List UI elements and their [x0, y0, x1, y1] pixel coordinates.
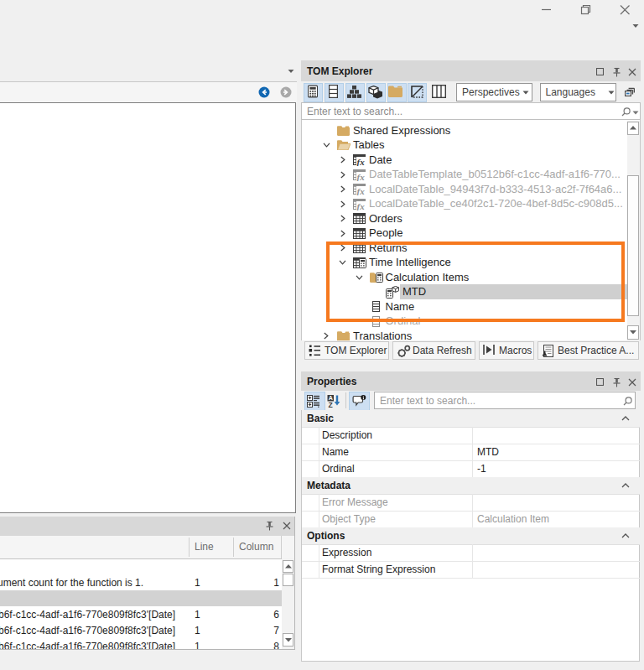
- svg-text:Z: Z: [329, 401, 333, 408]
- svg-text:A: A: [329, 395, 333, 401]
- svg-text:fx: fx: [357, 157, 366, 166]
- svg-text:fx: fx: [357, 172, 366, 181]
- svg-text:fx: fx: [357, 186, 366, 195]
- svg-text:fx: fx: [357, 201, 366, 210]
